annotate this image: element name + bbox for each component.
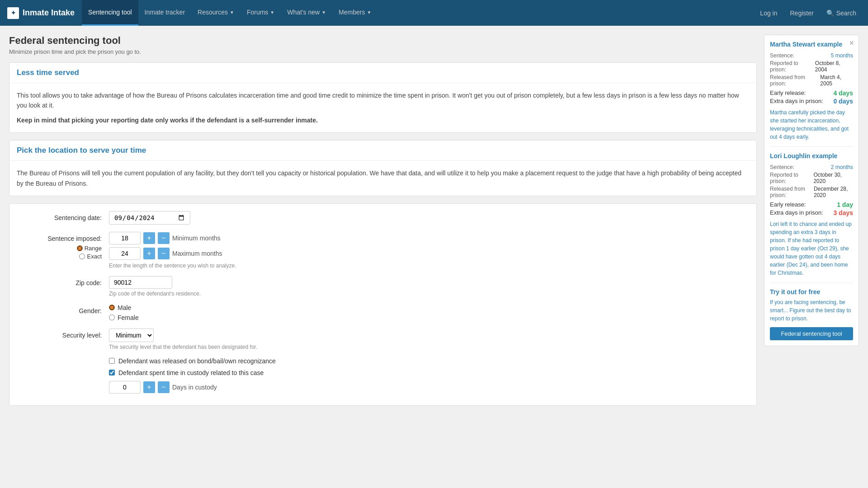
min-months-input[interactable] [109,232,141,244]
martha-extra-key: Extra days in prison: [770,98,823,105]
days-decrement[interactable]: − [158,381,170,393]
max-months-row: + − Maximum months [109,247,236,260]
martha-early-key: Early release: [770,89,806,97]
min-months-increment[interactable]: + [143,232,155,244]
sentence-hint: Enter the length of the sentence you wis… [109,263,236,269]
martha-early-release-row: Early release: 4 days [770,89,853,97]
sidebar-panel: × Martha Stewart example Sentence: 5 mon… [764,35,859,346]
nav-item-whats-new[interactable]: What's new ▼ [281,0,332,26]
security-hint: The security level that the defendant ha… [109,344,257,350]
federal-sentencing-button[interactable]: Federal sentencing tool [770,327,853,340]
martha-released-val: March 4, 2005 [820,74,853,87]
content-area: Federal sentencing tool Minimize prison … [9,35,757,406]
range-radio[interactable] [77,245,83,251]
zip-input[interactable] [109,276,172,289]
lori-reported-val: October 30, 2020 [813,172,853,184]
sentence-range-option: Range [19,245,102,252]
brand-icon: ✦ [7,7,19,19]
security-label: Security level: [19,328,109,339]
section-less-time-header: Less time served [9,63,756,83]
gender-male-radio[interactable] [109,305,115,310]
martha-reported-val: October 8, 2004 [815,60,853,73]
login-link[interactable]: Log in [755,7,782,19]
try-title: Try it out for free [770,288,853,296]
example-card: × Martha Stewart example Sentence: 5 mon… [764,35,859,346]
section-pick-location: Pick the location to serve your time The… [9,140,757,196]
min-months-decrement[interactable]: − [158,232,170,244]
martha-sentence-val: 5 months [831,52,853,59]
martha-note: Martha carefully picked the day she star… [770,108,853,141]
gender-female-option[interactable]: Female [109,314,139,321]
security-select[interactable]: Minimum Low Medium High [109,328,154,342]
security-control: Minimum Low Medium High The security lev… [109,328,257,350]
martha-sentence-row: Sentence: 5 months [770,52,853,59]
nav-item-forums[interactable]: Forums ▼ [241,0,281,26]
resources-chevron-icon: ▼ [230,10,234,15]
bond-label[interactable]: Defendant was released on bond/bail/own … [118,357,276,365]
gender-options: Male Female [109,304,139,321]
max-months-input[interactable] [109,247,141,260]
nav-item-inmate-tracker[interactable]: Inmate tracker [138,0,191,26]
max-months-increment[interactable]: + [143,248,155,259]
bond-checkbox[interactable] [109,358,115,364]
martha-early-val: 4 days [833,89,853,97]
sentence-imposed-label: Sentence imposed: [19,232,102,242]
close-icon[interactable]: × [849,39,854,47]
sentence-label-group: Sentence imposed: Range Exact [19,232,109,260]
search-button[interactable]: 🔍 Search [822,7,861,19]
zip-hint: Zip code of the defendant's residence. [109,291,201,297]
brand-logo[interactable]: ✦ Inmate Intake [7,7,75,19]
divider-2 [770,282,853,283]
form-row-date: Sentencing date: [19,211,747,225]
sentencing-date-control [109,211,190,225]
lori-reported-key: Reported to prison: [770,172,813,184]
exact-label[interactable]: Exact [87,253,102,260]
range-label[interactable]: Range [85,245,102,252]
main-layout: Federal sentencing tool Minimize prison … [0,26,868,415]
lori-reported-row: Reported to prison: October 30, 2020 [770,172,853,184]
nav-item-resources[interactable]: Resources ▼ [191,0,241,26]
forums-chevron-icon: ▼ [270,10,274,15]
form-row-checkboxes: Defendant was released on bond/bail/own … [19,357,747,394]
martha-title: Martha Stewart example [770,41,853,48]
martha-extra-val: 0 days [833,98,853,105]
days-increment[interactable]: + [143,381,155,393]
form-section: Sentencing date: Sentence imposed: Range… [9,203,757,406]
section-less-time: Less time served This tool allows you to… [9,62,757,133]
section-pick-location-body: The Bureau of Prisons will tell you the … [9,161,756,196]
section-pick-location-header: Pick the location to serve your time [9,141,756,161]
brand-name: Inmate Intake [23,8,75,18]
martha-sentence-key: Sentence: [770,52,794,59]
lori-extra-days-row: Extra days in prison: 3 days [770,209,853,216]
nav-item-members[interactable]: Members ▼ [332,0,377,26]
custody-checkbox[interactable] [109,370,115,375]
martha-extra-days-row: Extra days in prison: 0 days [770,98,853,105]
form-row-security: Security level: Minimum Low Medium High … [19,328,747,350]
register-link[interactable]: Register [786,7,818,19]
days-label: Days in custody [172,384,217,391]
min-months-label: Minimum months [172,235,221,242]
custody-label[interactable]: Defendant spent time in custody related … [118,369,264,376]
lori-released-key: Released from prison: [770,186,814,198]
section-less-time-text1: This tool allows you to take advantage o… [17,90,749,111]
lori-note: Lori left it to chance and ended up spen… [770,220,853,277]
gender-label: Gender: [19,304,109,314]
sentencing-date-input[interactable] [109,211,190,225]
page-title: Federal sentencing tool [9,35,757,47]
days-input[interactable] [109,381,141,394]
zip-label: Zip code: [19,276,109,286]
whats-new-chevron-icon: ▼ [321,10,326,15]
lori-early-key: Early release: [770,201,806,208]
gender-male-option[interactable]: Male [109,304,139,311]
nav-items: Sentencing tool Inmate tracker Resources… [82,0,755,26]
gender-female-radio[interactable] [109,314,115,320]
max-months-decrement[interactable]: − [158,248,170,259]
checkbox-group: Defendant was released on bond/bail/own … [109,357,276,394]
lori-title: Lori Loughlin example [770,152,853,160]
zip-control: Zip code of the defendant's residence. [109,276,201,297]
lori-released-row: Released from prison: December 28, 2020 [770,186,853,198]
nav-item-sentencing-tool[interactable]: Sentencing tool [82,0,138,26]
exact-radio[interactable] [79,253,85,259]
days-row: + − Days in custody [109,381,276,394]
members-chevron-icon: ▼ [367,10,371,15]
